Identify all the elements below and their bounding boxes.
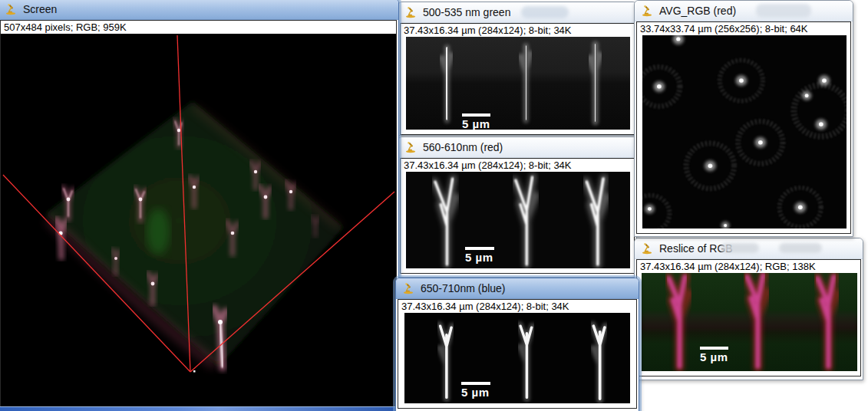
microscope-icon	[403, 282, 414, 294]
window-screen-3d[interactable]: Screen 507x484 pixels; RGB; 959K	[0, 0, 399, 411]
titlebar-avg[interactable]: AVG_RGB (red)	[635, 1, 853, 21]
microscope-icon	[405, 6, 417, 18]
window-reslice-rgb[interactable]: Reslice of RGB 37.43x16.34 µm (284x124);…	[634, 238, 863, 380]
titlebar-screen[interactable]: Screen	[0, 0, 398, 20]
redacted-text	[779, 243, 822, 253]
window-red-channel[interactable]: 560-610nm (red) 37.43x16.34 µm (284x124)…	[398, 136, 637, 278]
green-channel-canvas[interactable]: 5 µm	[406, 37, 630, 130]
aero-bottom-border	[0, 406, 398, 411]
titlebar-green[interactable]: 500-535 nm green	[398, 2, 636, 23]
status-bar: 37.43x16.34 µm (284x124); 8-bit; 34K	[401, 159, 634, 172]
redacted-text	[721, 243, 759, 253]
microscope-icon	[642, 5, 653, 17]
window-title: 650-710nm (blue)	[421, 282, 506, 294]
microscope-icon	[405, 141, 417, 153]
scale-bar-label: 5 µm	[461, 386, 490, 399]
scale-bar: 5 µm	[465, 247, 494, 264]
green-dendrite-blob	[147, 209, 170, 255]
status-bar: 507x484 pixels; RGB; 959K	[1, 21, 396, 34]
window-title: Screen	[23, 3, 57, 15]
status-bar: 37.43x16.34 µm (284x124); 8-bit; 34K	[398, 300, 636, 313]
microscope-icon	[5, 3, 17, 15]
blue-channel-canvas[interactable]: 5 µm	[404, 313, 630, 403]
reslice-rgb-canvas[interactable]: 5 µm	[642, 273, 857, 371]
titlebar-red[interactable]: 560-610nm (red)	[398, 137, 636, 158]
status-bar: 33.74x33.74 µm (256x256); 8-bit; 64K	[637, 22, 850, 35]
3d-projection-canvas[interactable]	[1, 34, 396, 406]
image-frame: 507x484 pixels; RGB; 959K	[0, 20, 397, 407]
red-channel-canvas[interactable]: 5 µm	[406, 172, 630, 268]
scale-bar: 5 µm	[700, 347, 728, 363]
titlebar-reslice[interactable]: Reslice of RGB	[635, 238, 863, 259]
redacted-text	[521, 6, 569, 18]
window-blue-channel[interactable]: 650-710nm (blue) 37.43x16.34 µm (284x124…	[395, 278, 639, 411]
scale-bar: 5 µm	[462, 113, 490, 130]
window-title: 560-610nm (red)	[423, 141, 503, 153]
scale-bar: 5 µm	[461, 382, 490, 399]
titlebar-blue[interactable]: 650-710nm (blue)	[396, 278, 639, 299]
scale-bar-label: 5 µm	[462, 117, 490, 130]
window-title: AVG_RGB (red)	[659, 5, 736, 17]
redacted-text	[756, 4, 811, 18]
desktop: Screen 507x484 pixels; RGB; 959K	[0, 0, 868, 411]
status-bar: 37.43x16.34 µm (284x124); 8-bit; 34K	[401, 24, 634, 37]
scale-bar-label: 5 µm	[465, 251, 494, 264]
scale-bar-label: 5 µm	[700, 350, 728, 363]
avg-rgb-canvas[interactable]	[642, 35, 847, 229]
microscope-icon	[642, 242, 653, 255]
window-green-channel[interactable]: 500-535 nm green 37.43x16.34 µm (284x124…	[398, 2, 637, 136]
window-avg-rgb[interactable]: AVG_RGB (red) 33.74x33.74 µm (256x256); …	[634, 0, 853, 237]
window-title: 500-535 nm green	[423, 6, 510, 18]
status-bar: 37.43x16.34 µm (284x124); RGB; 138K	[637, 260, 860, 273]
